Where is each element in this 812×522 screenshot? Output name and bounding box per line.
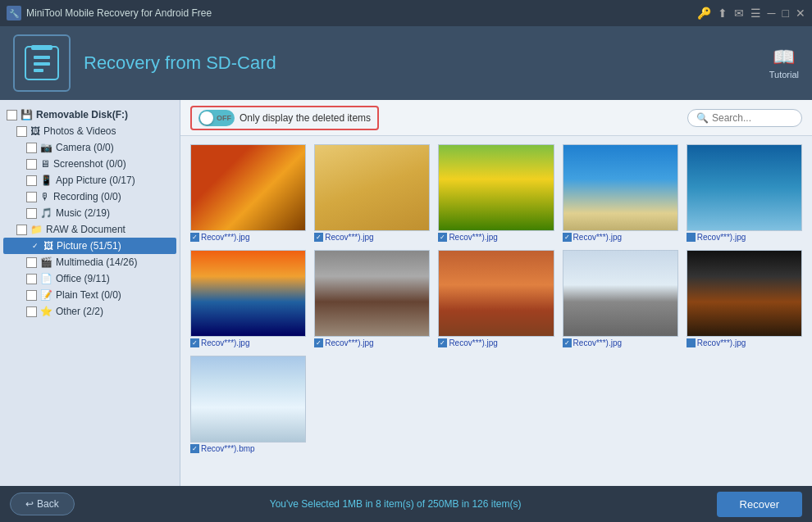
image-thumbnail[interactable] [190, 144, 306, 231]
image-checkbox[interactable]: ✓ [190, 444, 199, 453]
close-icon[interactable]: ✕ [796, 7, 805, 20]
image-filename: Recov***).jpg [201, 233, 249, 242]
sidebar-root[interactable]: 💾 Removable Disk(F:) [0, 107, 180, 123]
app-picture-checkbox[interactable] [26, 175, 37, 186]
image-thumbnail[interactable] [190, 356, 306, 443]
image-checkbox[interactable]: ✓ [438, 233, 447, 242]
sidebar-photos-videos[interactable]: 🖼 Photos & Videos [0, 123, 180, 139]
root-checkbox[interactable] [7, 110, 17, 120]
music-checkbox[interactable] [26, 208, 37, 219]
image-cell[interactable]: Recov***).jpg [687, 144, 802, 242]
search-input[interactable] [712, 112, 794, 124]
search-box[interactable]: 🔍 [687, 109, 802, 127]
image-label-row: ✓Recov***).jpg [563, 233, 678, 242]
menu-icon[interactable]: ☰ [750, 7, 761, 20]
sidebar-office[interactable]: 📄 Office (9/11) [0, 270, 180, 287]
back-button[interactable]: ↩ Back [10, 492, 75, 515]
image-checkbox[interactable]: ✓ [563, 338, 572, 347]
maximize-icon[interactable]: □ [782, 7, 789, 20]
image-cell[interactable]: ✓Recov***).jpg [563, 250, 678, 347]
image-thumbnail[interactable] [687, 144, 802, 231]
image-checkbox[interactable] [687, 233, 696, 242]
photos-checkbox[interactable] [16, 126, 27, 137]
toggle-state-label: OFF [217, 114, 231, 122]
image-cell[interactable]: ✓Recov***).jpg [438, 250, 554, 347]
upload-icon[interactable]: ⬆ [718, 7, 728, 20]
image-cell[interactable]: ✓Recov***).jpg [314, 250, 430, 347]
mail-icon[interactable]: ✉ [734, 7, 744, 20]
image-checkbox[interactable]: ✓ [438, 338, 447, 347]
search-icon: 🔍 [696, 112, 709, 124]
other-label: Other (2/2) [56, 306, 103, 317]
image-thumbnail[interactable] [314, 144, 430, 231]
image-thumbnail[interactable] [438, 144, 554, 231]
minimize-icon[interactable]: ─ [768, 7, 776, 20]
office-icon: 📄 [40, 273, 52, 284]
sidebar-app-picture[interactable]: 📱 App Picture (0/17) [0, 172, 180, 188]
image-cell[interactable]: ✓Recov***).jpg [190, 250, 306, 347]
image-thumbnail[interactable] [563, 144, 678, 231]
status-text: You've Selected 1MB in 8 item(s) of 250M… [84, 498, 707, 510]
image-filename: Recov***).jpg [449, 338, 497, 347]
camera-label: Camera (0/0) [56, 142, 114, 153]
toggle-switch[interactable]: OFF [198, 110, 235, 126]
app-title: MiniTool Mobile Recovery for Android Fre… [26, 7, 692, 19]
image-checkbox[interactable]: ✓ [190, 233, 199, 242]
sidebar-plain-text[interactable]: 📝 Plain Text (0/0) [0, 287, 180, 303]
office-checkbox[interactable] [26, 274, 37, 284]
image-thumbnail[interactable] [687, 250, 802, 337]
raw-icon: 📁 [30, 224, 43, 235]
image-label-row: Recov***).jpg [687, 338, 802, 347]
image-checkbox[interactable] [687, 338, 696, 347]
image-cell[interactable]: ✓Recov***).jpg [563, 144, 678, 242]
image-thumbnail[interactable] [438, 250, 554, 337]
camera-icon: 📷 [40, 142, 52, 153]
tutorial-label: Tutorial [769, 70, 799, 79]
tutorial-button[interactable]: 📖 Tutorial [769, 47, 799, 79]
toolbar: OFF Only display the deleted items 🔍 [180, 100, 812, 136]
sidebar-other[interactable]: ⭐ Other (2/2) [0, 303, 180, 320]
plain-text-checkbox[interactable] [26, 290, 37, 301]
image-grid: ✓Recov***).jpg✓Recov***).jpg✓Recov***).j… [180, 136, 812, 486]
raw-checkbox[interactable] [16, 225, 27, 235]
sidebar-raw-document[interactable]: 📁 RAW & Document [0, 221, 180, 238]
image-cell[interactable]: Recov***).jpg [687, 250, 802, 347]
sidebar-screenshot[interactable]: 🖥 Screenshot (0/0) [0, 156, 180, 172]
multimedia-checkbox[interactable] [26, 257, 37, 268]
screenshot-label: Screenshot (0/0) [53, 158, 126, 170]
image-thumbnail[interactable] [563, 250, 678, 337]
svg-rect-2 [34, 56, 50, 59]
image-cell[interactable]: ✓Recov***).bmp [190, 356, 306, 453]
other-checkbox[interactable] [26, 306, 37, 317]
sidebar-multimedia[interactable]: 🎬 Multimedia (14/26) [0, 254, 180, 270]
image-checkbox[interactable]: ✓ [563, 233, 572, 242]
page-title: Recovery from SD-Card [84, 52, 756, 74]
image-thumbnail[interactable] [190, 250, 306, 337]
image-checkbox[interactable]: ✓ [190, 338, 199, 347]
multimedia-icon: 🎬 [40, 256, 52, 268]
toggle-knob [200, 111, 213, 125]
image-checkbox[interactable]: ✓ [314, 233, 323, 242]
recover-button[interactable]: Recover [717, 492, 802, 517]
multimedia-label: Multimedia (14/26) [56, 256, 137, 268]
picture-checkbox[interactable]: ✓ [30, 241, 40, 252]
sidebar-root-label: Removable Disk(F:) [36, 109, 128, 120]
screenshot-checkbox[interactable] [26, 159, 37, 170]
image-cell[interactable]: ✓Recov***).jpg [438, 144, 554, 242]
image-checkbox[interactable]: ✓ [314, 338, 323, 347]
sidebar-camera[interactable]: 📷 Camera (0/0) [0, 139, 180, 156]
image-filename: Recov***).bmp [201, 444, 255, 453]
image-filename: Recov***).jpg [449, 233, 497, 242]
image-cell[interactable]: ✓Recov***).jpg [190, 144, 306, 242]
image-label-row: Recov***).jpg [687, 233, 802, 242]
sidebar-recording[interactable]: 🎙 Recording (0/0) [0, 188, 180, 205]
key-icon[interactable]: 🔑 [697, 7, 711, 20]
sidebar-music[interactable]: 🎵 Music (2/19) [0, 205, 180, 221]
recording-checkbox[interactable] [26, 192, 37, 202]
image-thumbnail[interactable] [314, 250, 430, 337]
image-cell[interactable]: ✓Recov***).jpg [314, 144, 430, 242]
picture-icon: 🖼 [43, 240, 53, 252]
sidebar-picture[interactable]: ✓ 🖼 Picture (51/51) [3, 238, 176, 254]
camera-checkbox[interactable] [26, 143, 37, 153]
image-filename: Recov***).jpg [697, 233, 746, 242]
